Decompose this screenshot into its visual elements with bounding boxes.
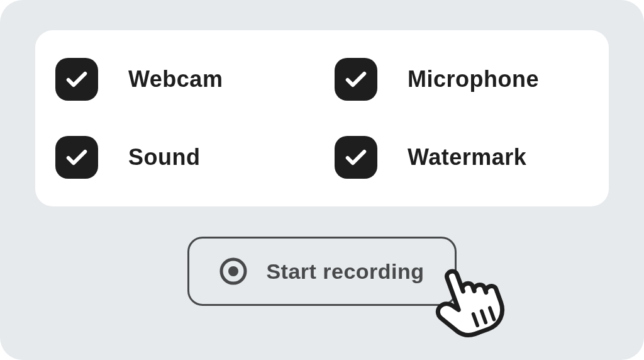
checkbox-watermark[interactable]: [335, 136, 377, 179]
svg-line-3: [481, 311, 486, 322]
check-icon: [343, 67, 369, 92]
label-watermark: Watermark: [408, 144, 526, 171]
options-grid: Webcam Microphone Sound: [35, 30, 609, 206]
label-microphone: Microphone: [408, 66, 539, 93]
option-watermark[interactable]: Watermark: [335, 136, 589, 179]
check-icon: [343, 145, 369, 170]
start-recording-button[interactable]: Start recording: [187, 237, 456, 306]
option-microphone[interactable]: Microphone: [335, 58, 589, 101]
record-icon: [219, 257, 247, 285]
option-sound[interactable]: Sound: [55, 136, 309, 179]
check-icon: [64, 67, 89, 92]
option-webcam[interactable]: Webcam: [55, 58, 309, 101]
svg-point-1: [228, 266, 238, 276]
check-icon: [64, 145, 89, 170]
svg-line-2: [473, 314, 477, 325]
label-webcam: Webcam: [128, 66, 223, 93]
svg-line-4: [489, 308, 494, 319]
checkbox-webcam[interactable]: [55, 58, 98, 101]
record-button-label: Start recording: [266, 259, 424, 284]
record-button-area: Start recording: [187, 237, 456, 306]
recording-options-panel: Webcam Microphone Sound: [0, 0, 644, 360]
checkbox-microphone[interactable]: [335, 58, 377, 101]
label-sound: Sound: [128, 144, 200, 171]
checkbox-sound[interactable]: [55, 136, 98, 179]
